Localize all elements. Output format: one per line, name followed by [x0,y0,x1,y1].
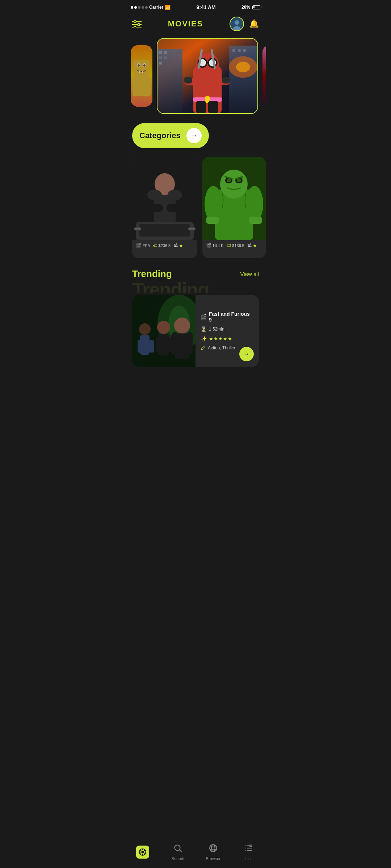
svg-rect-44 [222,77,230,84]
svg-rect-28 [243,49,246,52]
status-right: 20% [241,5,260,10]
svg-point-90 [157,321,170,334]
signal-dot-4 [142,6,144,9]
svg-rect-49 [262,45,266,107]
svg-rect-59 [167,204,185,212]
carrier-label: Carrier [149,5,163,10]
trending-movie-icon: 🎬 Fast and Furious 9 [201,311,254,323]
trending-card-ff9[interactable]: 🎬 Fast and Furious 9 ⏳ 1:52min ✨ ★★★★★ 🖊… [132,295,259,367]
svg-point-5 [134,26,136,27]
hulk-price-info: 🏷 $136.5 [226,243,244,248]
carousel-track [125,38,266,114]
trending-section: Trending View all Trending [125,268,266,367]
hulk-clapboard-icon: 🎬 [206,243,211,248]
svg-rect-43 [184,77,192,84]
trending-movie-title: Fast and Furious 9 [209,311,254,323]
battery-icon [252,5,260,9]
svg-rect-22 [159,56,162,59]
status-time: 9:41 AM [197,4,216,10]
carousel-item-monster[interactable] [262,45,266,107]
wifi-icon: 📶 [165,5,171,10]
svg-point-68 [220,170,248,199]
deadpool-poster [157,39,257,113]
status-left: Carrier 📶 [131,5,171,10]
trending-ff9-poster [132,295,196,367]
trending-rating: ✨ ★★★★★ [201,336,254,341]
trending-duration-label: 1:52min [209,327,224,332]
svg-point-30 [236,62,250,73]
svg-rect-89 [150,340,154,353]
hulk-title-info: 🎬 HULK [206,243,223,248]
svg-rect-17 [133,76,151,96]
svg-point-60 [147,190,162,200]
signal-dot-5 [145,6,148,9]
svg-rect-92 [156,338,161,352]
trending-stars: ★★★★★ [209,336,232,341]
trending-go-button[interactable]: → [239,347,254,361]
ff9-poster [132,157,197,240]
sparkle-icon: ✨ [201,336,207,341]
svg-point-7 [235,20,239,25]
svg-rect-58 [145,204,163,212]
ff9-info: 🎬 FF9 🏷 $236.5 📽 ★ [132,240,197,251]
carousel-item-deadpool[interactable] [157,38,258,114]
ff9-rating-info: 📽 ★ [173,243,183,248]
hulk-poster [202,157,266,240]
svg-point-13 [138,64,140,67]
ff9-title-info: 🎬 FF9 [136,243,150,248]
filter-icon[interactable] [132,20,142,27]
svg-rect-47 [196,101,206,114]
svg-point-99 [186,332,193,342]
hulk-price: $136.5 [232,243,244,248]
categories-button[interactable]: Categories → [132,123,209,148]
signal-dot-2 [134,6,137,9]
ff9-title: FF9 [143,243,150,248]
avatar-image [230,17,243,30]
svg-rect-76 [249,217,262,224]
svg-point-37 [200,61,205,65]
ff9-price: $236.5 [159,243,171,248]
spongebob-poster [131,45,152,107]
battery-container [252,5,260,9]
avatar[interactable] [230,17,244,31]
svg-rect-93 [167,338,172,352]
svg-rect-27 [238,49,241,52]
hulk-title: HULK [213,243,223,248]
svg-rect-25 [229,46,257,113]
hulk-rating: ★ [253,243,257,248]
view-all-link[interactable]: View all [240,271,259,277]
trending-genre-label: Action, Thriller [208,345,235,350]
svg-rect-65 [188,227,196,230]
svg-rect-64 [134,227,141,230]
signal-dots [131,6,148,9]
movie-card-hulk[interactable]: 🎬 HULK 🏷 $136.5 📽 ★ [202,157,266,258]
carousel-item-spongebob[interactable] [131,45,152,107]
svg-point-61 [168,190,182,200]
monster-poster [262,45,266,107]
hulk-info: 🎬 HULK 🏷 $136.5 📽 ★ [202,240,266,251]
signal-dot-3 [138,6,140,9]
svg-point-3 [138,24,140,26]
hourglass-icon: ⏳ [201,326,207,332]
svg-point-98 [171,332,178,342]
battery-fill [253,6,255,8]
svg-rect-48 [208,101,218,114]
svg-rect-16 [142,71,143,73]
battery-percent: 20% [241,5,250,10]
notification-bell-icon[interactable]: 🔔 [249,19,259,29]
movies-grid: 🎬 FF9 🏷 $236.5 📽 ★ [125,157,266,268]
hulk-camera-icon: 📽 [247,243,252,248]
hulk-tag-icon: 🏷 [226,243,231,248]
svg-rect-24 [159,62,162,65]
svg-point-71 [227,179,231,182]
go-arrow-icon: → [244,351,249,357]
page-title: MOVIES [168,19,203,29]
svg-rect-23 [164,56,167,59]
ff9-camera-icon: 📽 [173,243,178,248]
hulk-rating-info: 📽 ★ [247,243,257,248]
svg-point-1 [134,21,136,23]
categories-label: Categories [139,131,181,140]
signal-dot-1 [131,6,133,9]
trending-duration: ⏳ 1:52min [201,326,254,332]
movie-card-ff9[interactable]: 🎬 FF9 🏷 $236.5 📽 ★ [132,157,197,258]
